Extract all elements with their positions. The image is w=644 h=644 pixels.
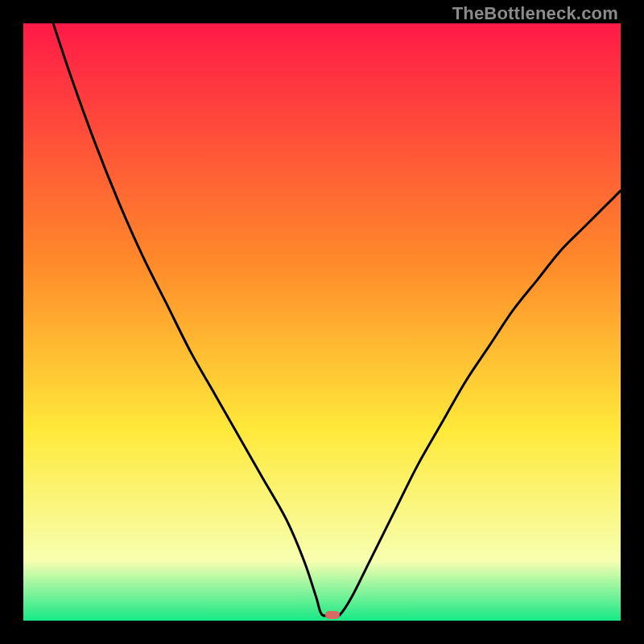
optimal-marker [325, 611, 340, 619]
watermark-text: TheBottleneck.com [452, 3, 618, 24]
plot-area [23, 23, 621, 621]
chart-frame: TheBottleneck.com [0, 0, 644, 644]
bottleneck-curve [23, 23, 621, 621]
